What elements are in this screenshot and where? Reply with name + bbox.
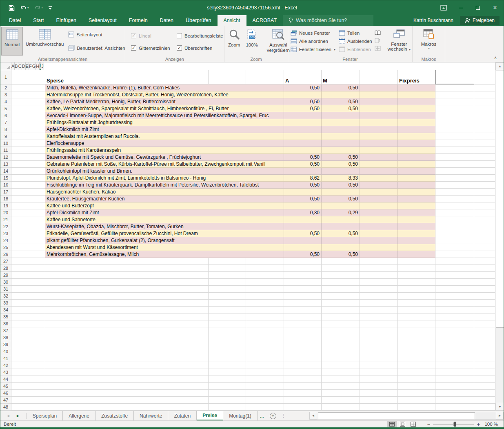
column-header[interactable]: D: [22, 62, 26, 70]
ribbon-tab[interactable]: Überprüfen: [180, 15, 218, 26]
ribbon-tab[interactable]: Start: [27, 15, 50, 26]
price-a-cell[interactable]: [284, 216, 322, 223]
row-header[interactable]: 19: [0, 202, 11, 209]
cell-col-a[interactable]: [11, 84, 45, 91]
cell-col-a[interactable]: [11, 154, 45, 161]
cell-col-g[interactable]: [360, 223, 398, 230]
fixpreis-cell[interactable]: [398, 161, 435, 168]
fixpreis-cell[interactable]: [398, 202, 435, 209]
reset-window-position-icon[interactable]: [375, 46, 381, 51]
sheetbar-resize-handle[interactable]: ⋮: [280, 411, 287, 420]
column-header[interactable]: C: [18, 62, 22, 70]
fixpreis-cell[interactable]: [398, 209, 435, 216]
cell-col-a[interactable]: [11, 98, 45, 105]
speise-cell[interactable]: Apfel-Dickmilch mit Zimt: [45, 126, 284, 133]
redo-button[interactable]: ▾: [34, 5, 43, 11]
cell-col-i[interactable]: [435, 244, 474, 251]
row-header[interactable]: 45: [0, 383, 11, 390]
cell-col-j[interactable]: [474, 196, 495, 202]
cell-col-i[interactable]: [435, 105, 474, 112]
scroll-down-icon[interactable]: ▼: [495, 403, 504, 411]
cell-g1[interactable]: [360, 70, 398, 84]
zoom-out-icon[interactable]: −: [427, 421, 431, 427]
cell-col-g[interactable]: [360, 209, 398, 216]
price-m-cell[interactable]: [322, 119, 360, 126]
speise-cell[interactable]: Gebratene Putenleber mit Soße, Kürbis-Ka…: [45, 161, 284, 168]
cell-col-g[interactable]: [360, 202, 398, 209]
cell-col-a[interactable]: [11, 126, 45, 133]
row-header[interactable]: 7: [0, 119, 11, 126]
column-header[interactable]: A: [11, 62, 15, 70]
fixpreis-cell[interactable]: [398, 196, 435, 202]
cell-col-i[interactable]: [435, 112, 474, 119]
cell-col-i[interactable]: [435, 230, 474, 237]
zoom-100-button[interactable]: 100 100%: [243, 27, 260, 56]
headings-checkbox[interactable]: ✓ Überschriften: [177, 45, 223, 51]
speise-cell[interactable]: Mehrkornbrötchen, Gemüselasagne, Milch: [45, 251, 284, 258]
freeze-panes-button[interactable]: Fenster fixieren ▾: [289, 45, 337, 53]
price-m-cell[interactable]: 0,50: [322, 251, 360, 258]
sheet-nav-left-icon[interactable]: ◄: [6, 413, 10, 418]
cell-col-g[interactable]: [360, 105, 398, 112]
row-header[interactable]: 17: [0, 189, 11, 196]
page-break-shortcut[interactable]: [409, 421, 418, 427]
price-a-cell[interactable]: [284, 140, 322, 147]
zoom-slider[interactable]: [433, 424, 474, 425]
price-m-cell[interactable]: [322, 147, 360, 154]
fixpreis-cell[interactable]: [398, 126, 435, 133]
fixpreis-cell[interactable]: [398, 154, 435, 161]
fixpreis-cell[interactable]: [398, 237, 435, 244]
active-cell-i1[interactable]: [435, 70, 474, 84]
page-layout-shortcut[interactable]: [398, 421, 408, 427]
cell-col-j[interactable]: [474, 223, 495, 230]
fixpreis-cell[interactable]: [398, 251, 435, 258]
row-header[interactable]: 18: [0, 196, 11, 202]
cell-col-i[interactable]: [435, 168, 474, 175]
sheet-tab[interactable]: Speiseplan: [27, 411, 63, 420]
ribbon-tab[interactable]: Datei: [3, 15, 27, 26]
column-header[interactable]: J: [41, 62, 44, 70]
page-layout-view-button[interactable]: Seitenlayout: [67, 30, 127, 39]
column-header[interactable]: B: [15, 62, 18, 70]
price-m-cell[interactable]: [322, 140, 360, 147]
horizontal-scrollbar-track[interactable]: [317, 412, 496, 420]
cell-col-g[interactable]: [360, 112, 398, 119]
cell-col-j[interactable]: [474, 133, 495, 140]
speise-cell[interactable]: Fischkibblinge im Teig mit Kräuterquark,…: [45, 182, 284, 189]
minimize-button[interactable]: [452, 0, 469, 15]
row-header[interactable]: 28: [0, 265, 11, 272]
price-a-cell[interactable]: 0,50: [284, 105, 322, 112]
column-header[interactable]: E: [26, 62, 29, 70]
close-button[interactable]: ×: [486, 0, 504, 15]
sheet-tab[interactable]: Preise: [197, 411, 223, 420]
new-window-button[interactable]: Neues Fenster: [289, 29, 337, 37]
speise-cell[interactable]: Avocado-Limonen-Suppe, Majoranfleisch mi…: [45, 112, 284, 119]
speise-cell[interactable]: Frühlingssalat mit Karottenraspeln: [45, 147, 284, 154]
cell-col-i[interactable]: [435, 237, 474, 244]
horizontal-scrollbar-thumb[interactable]: [318, 412, 475, 419]
row-header[interactable]: 14: [0, 168, 11, 175]
fixpreis-cell[interactable]: [398, 182, 435, 189]
cell-col-j[interactable]: [474, 216, 495, 223]
normal-view-shortcut[interactable]: [387, 421, 397, 427]
cell-col-i[interactable]: [435, 182, 474, 189]
cell-col-g[interactable]: [360, 251, 398, 258]
ribbon-tab[interactable]: ACROBAT: [246, 15, 283, 26]
speise-cell[interactable]: Hausgemachter Kuchen, Kakao: [45, 189, 284, 196]
cell-speise-header[interactable]: Speise: [45, 70, 209, 84]
macros-button[interactable]: Makros ▾: [418, 27, 440, 56]
cell-col-a[interactable]: [11, 251, 45, 258]
ribbon-tab[interactable]: Daten: [154, 15, 180, 26]
fixpreis-cell[interactable]: [398, 91, 435, 98]
cell-col-j[interactable]: [474, 84, 495, 91]
cell-col-i[interactable]: [435, 98, 474, 105]
cell-fixpreis-header[interactable]: Fixpreis: [398, 70, 435, 84]
cell-col-i[interactable]: [435, 140, 474, 147]
cell-m-header[interactable]: M: [322, 70, 360, 84]
speise-cell[interactable]: Milch, Nutella, Weizenknäcke, Rührei (1)…: [45, 84, 284, 91]
cell-col-i[interactable]: [435, 175, 474, 182]
share-button[interactable]: Freigeben: [460, 16, 500, 25]
price-m-cell[interactable]: [322, 126, 360, 133]
cell-col-g[interactable]: [360, 126, 398, 133]
price-m-cell[interactable]: 0,50: [322, 84, 360, 91]
